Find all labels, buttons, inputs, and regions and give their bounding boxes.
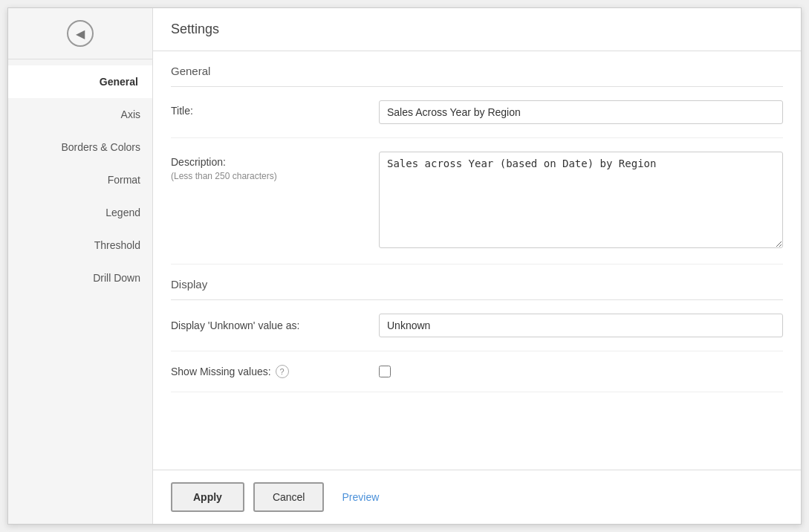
cancel-button[interactable]: Cancel <box>253 482 325 512</box>
description-field <box>379 152 783 250</box>
apply-button[interactable]: Apply <box>171 482 244 512</box>
unknown-value-input[interactable] <box>379 314 783 337</box>
preview-button[interactable]: Preview <box>333 484 388 510</box>
help-icon[interactable]: ? <box>276 365 289 378</box>
description-row: Description: (Less than 250 characters) <box>171 138 783 265</box>
description-label: Description: (Less than 250 characters) <box>171 152 379 181</box>
page-title: Settings <box>153 8 801 51</box>
sidebar-nav: General Axis Borders & Colors Format Leg… <box>8 59 152 294</box>
unknown-value-label: Display 'Unknown' value as: <box>171 319 379 331</box>
sidebar-item-drill-down[interactable]: Drill Down <box>8 262 152 294</box>
chevron-left-icon: ◀ <box>76 27 85 41</box>
sidebar-item-legend[interactable]: Legend <box>8 196 152 229</box>
back-circle-icon[interactable]: ◀ <box>67 20 94 47</box>
show-missing-checkbox[interactable] <box>379 366 391 377</box>
unknown-value-field <box>379 314 783 337</box>
sidebar: ◀ General Axis Borders & Colors Format L… <box>8 8 153 524</box>
general-section-title: General <box>171 51 783 87</box>
display-section-title: Display <box>171 265 783 300</box>
back-button[interactable]: ◀ <box>8 8 152 59</box>
sidebar-item-format[interactable]: Format <box>8 163 152 196</box>
main-content: Settings General Title: Description: (Le… <box>153 8 801 524</box>
main-body: General Title: Description: (Less than 2… <box>153 51 801 470</box>
sidebar-item-threshold[interactable]: Threshold <box>8 229 152 262</box>
show-missing-row: Show Missing values: ? <box>171 351 783 392</box>
title-label: Title: <box>171 100 379 117</box>
show-missing-value <box>379 366 783 377</box>
sidebar-item-general[interactable]: General <box>8 65 152 98</box>
show-missing-label: Show Missing values: ? <box>171 365 379 378</box>
sidebar-item-borders-colors[interactable]: Borders & Colors <box>8 131 152 163</box>
sidebar-item-axis[interactable]: Axis <box>8 98 152 131</box>
app-container: ◀ General Axis Borders & Colors Format L… <box>7 7 802 525</box>
footer: Apply Cancel Preview <box>153 470 801 524</box>
title-row: Title: <box>171 87 783 138</box>
unknown-value-row: Display 'Unknown' value as: <box>171 300 783 351</box>
title-input[interactable] <box>379 100 783 124</box>
description-textarea[interactable] <box>379 152 783 248</box>
title-field <box>379 100 783 124</box>
